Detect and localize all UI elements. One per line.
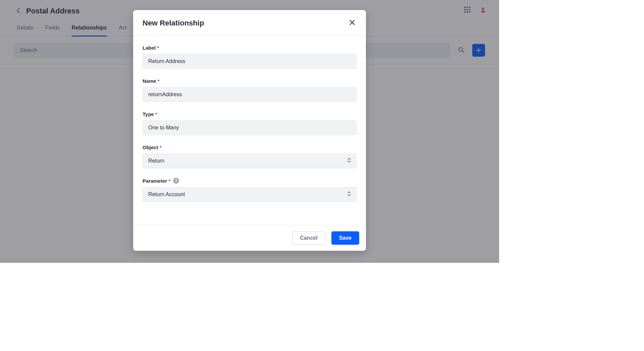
required-mark: * [157, 45, 159, 51]
type-input[interactable] [143, 120, 357, 135]
name-input[interactable] [143, 87, 357, 102]
parameter-select[interactable]: Return Account [143, 187, 357, 202]
object-field-label: Object * [143, 144, 357, 150]
required-mark: * [155, 111, 157, 117]
close-button[interactable] [348, 18, 357, 28]
type-field-label: Type * [143, 111, 357, 117]
required-mark: * [158, 78, 160, 84]
label-field-label: Label * [143, 45, 357, 51]
help-icon[interactable]: ? [173, 178, 179, 184]
save-button[interactable]: Save [331, 231, 359, 245]
required-mark: * [160, 144, 162, 150]
new-relationship-modal: New Relationship Label * Name * [133, 10, 366, 251]
cancel-button[interactable]: Cancel [292, 231, 325, 245]
label-input[interactable] [143, 54, 357, 69]
object-select[interactable]: Return [143, 154, 357, 168]
name-field-label: Name * [143, 78, 357, 84]
parameter-field-label: Parameter * ? [143, 178, 357, 184]
close-icon [349, 19, 355, 25]
required-mark: * [168, 178, 170, 184]
modal-overlay: New Relationship Label * Name * [0, 0, 499, 263]
modal-title: New Relationship [143, 19, 204, 27]
